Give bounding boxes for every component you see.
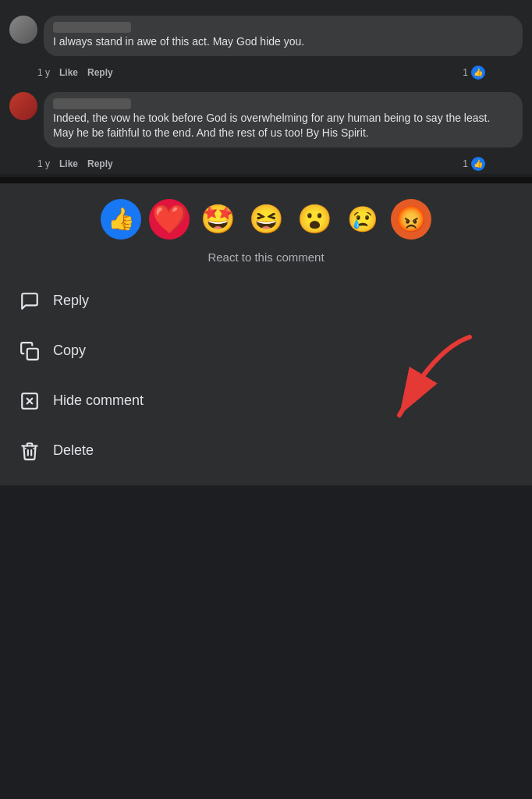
react-label: React to this comment (12, 250, 520, 264)
menu-label-hide: Hide comment (53, 392, 144, 409)
arrow-container: Hide comment (0, 376, 532, 426)
menu-label-reply: Reply (53, 293, 89, 309)
menu-label-copy: Copy (53, 343, 86, 359)
hide-icon (19, 390, 41, 412)
avatar-1 (9, 16, 37, 44)
menu-item-copy[interactable]: Copy (0, 326, 532, 376)
comment-author-1 (53, 22, 131, 33)
like-count-area-1: 1 👍 (463, 66, 485, 80)
avatar-image-2 (9, 92, 37, 120)
reaction-extra[interactable]: 😡 (391, 199, 431, 240)
reaction-row: 👍 ❤️ 🤩 😆 😮 😢 😡 (12, 199, 520, 240)
comment-author-2 (53, 98, 131, 109)
avatar-2 (9, 92, 37, 120)
like-thumb-icon-2: 👍 (471, 157, 485, 171)
reply-icon (19, 290, 41, 312)
comment-bubble-2: Indeed, the vow he took before God is ov… (44, 92, 523, 147)
comment-text-2: Indeed, the vow he took before God is ov… (53, 112, 490, 140)
menu-item-hide[interactable]: Hide comment (0, 376, 532, 426)
reply-button-2[interactable]: Reply (87, 158, 113, 169)
reaction-love[interactable]: ❤️ (149, 199, 190, 240)
like-count-area-2: 1 👍 (463, 157, 485, 171)
reaction-panel: 👍 ❤️ 🤩 😆 😮 😢 😡 React to this comment (0, 183, 532, 276)
comment-time-2: 1 y (37, 158, 50, 169)
svg-rect-0 (27, 349, 38, 360)
like-count-1: 1 (463, 67, 468, 78)
copy-icon (19, 340, 41, 362)
reaction-angry[interactable]: 😢 (342, 199, 383, 240)
comment-actions-1: 1 y Like Reply 1 👍 (0, 62, 532, 83)
delete-icon (19, 440, 41, 462)
menu-label-delete: Delete (53, 442, 94, 459)
comment-feed: I always stand in awe of this act. May G… (0, 0, 532, 174)
comment-time-1: 1 y (37, 67, 50, 78)
section-divider (0, 177, 532, 183)
comment-item-1: I always stand in awe of this act. May G… (0, 9, 532, 62)
comment-text-1: I always stand in awe of this act. May G… (53, 35, 304, 48)
like-thumb-icon-1: 👍 (471, 66, 485, 80)
like-count-2: 1 (463, 158, 468, 169)
avatar-image-1 (9, 16, 37, 44)
like-button-1[interactable]: Like (59, 67, 78, 78)
reply-button-1[interactable]: Reply (87, 67, 113, 78)
comment-actions-2: 1 y Like Reply 1 👍 (0, 154, 532, 174)
comment-item-2: Indeed, the vow he took before God is ov… (0, 86, 532, 154)
reaction-sad[interactable]: 😮 (294, 199, 335, 240)
menu-section: Reply Copy (0, 276, 532, 485)
comment-bubble-1: I always stand in awe of this act. May G… (44, 16, 523, 56)
reaction-like[interactable]: 👍 (101, 199, 141, 240)
menu-item-reply[interactable]: Reply (0, 276, 532, 326)
menu-item-delete[interactable]: Delete (0, 426, 532, 476)
reaction-haha[interactable]: 🤩 (197, 199, 238, 240)
reaction-wow[interactable]: 😆 (246, 199, 286, 240)
like-button-2[interactable]: Like (59, 158, 78, 169)
